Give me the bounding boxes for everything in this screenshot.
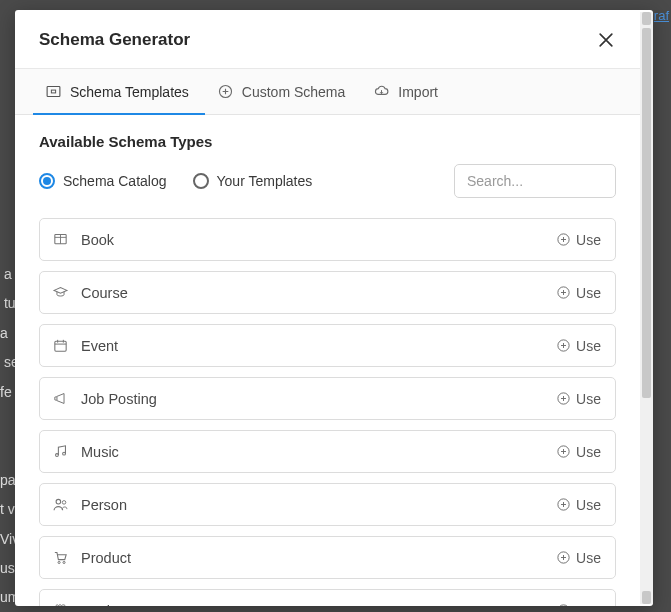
schema-item-person[interactable]: Person Use xyxy=(39,483,616,526)
section-title: Available Schema Types xyxy=(39,133,616,150)
plus-circle-icon xyxy=(556,391,571,406)
schema-item-label: Recipe xyxy=(81,603,126,607)
plus-circle-icon xyxy=(217,83,234,100)
svg-rect-0 xyxy=(47,87,60,97)
tab-label: Import xyxy=(398,84,438,100)
radio-schema-catalog[interactable]: Schema Catalog xyxy=(39,173,167,189)
search-input[interactable] xyxy=(454,164,616,198)
radio-label: Your Templates xyxy=(217,173,313,189)
use-label: Use xyxy=(576,603,601,607)
schema-item-job-posting[interactable]: Job Posting Use xyxy=(39,377,616,420)
plus-circle-icon xyxy=(556,285,571,300)
tab-custom-schema[interactable]: Custom Schema xyxy=(205,69,361,115)
svg-point-18 xyxy=(558,605,569,606)
svg-point-16 xyxy=(63,561,65,563)
plus-circle-icon xyxy=(556,338,571,353)
schema-item-recipe[interactable]: Recipe Use xyxy=(39,589,616,606)
schema-item-music[interactable]: Music Use xyxy=(39,430,616,473)
schema-item-label: Person xyxy=(81,497,127,513)
modal-scrollbar[interactable] xyxy=(640,12,653,604)
use-label: Use xyxy=(576,391,601,407)
use-label: Use xyxy=(576,444,601,460)
use-label: Use xyxy=(576,497,601,513)
use-label: Use xyxy=(576,338,601,354)
schema-item-label: Course xyxy=(81,285,128,301)
schema-item-label: Job Posting xyxy=(81,391,157,407)
tab-label: Schema Templates xyxy=(70,84,189,100)
use-label: Use xyxy=(576,550,601,566)
svg-point-13 xyxy=(62,501,66,505)
schema-item-product[interactable]: Product Use xyxy=(39,536,616,579)
use-button[interactable]: Use xyxy=(556,285,601,301)
svg-point-15 xyxy=(58,561,60,563)
use-button[interactable]: Use xyxy=(556,338,601,354)
schema-list: Book Use Course xyxy=(39,218,616,606)
use-button[interactable]: Use xyxy=(556,391,601,407)
tabs: Schema Templates Custom Schema Import xyxy=(15,68,640,115)
cart-icon xyxy=(52,549,69,566)
schema-item-label: Book xyxy=(81,232,114,248)
plus-circle-icon xyxy=(556,603,571,606)
person-icon xyxy=(52,496,69,513)
use-button[interactable]: Use xyxy=(556,550,601,566)
schema-generator-modal: Schema Generator Schema Templates xyxy=(15,10,653,606)
close-button[interactable] xyxy=(596,30,616,50)
svg-point-12 xyxy=(56,499,61,504)
plus-circle-icon xyxy=(556,497,571,512)
use-button[interactable]: Use xyxy=(556,497,601,513)
schema-item-label: Music xyxy=(81,444,119,460)
plus-circle-icon xyxy=(556,232,571,247)
svg-rect-1 xyxy=(51,90,55,93)
schema-item-event[interactable]: Event Use xyxy=(39,324,616,367)
modal-title: Schema Generator xyxy=(39,30,190,50)
tab-schema-templates[interactable]: Schema Templates xyxy=(33,69,205,115)
use-button[interactable]: Use xyxy=(556,232,601,248)
plus-circle-icon xyxy=(556,550,571,565)
megaphone-icon xyxy=(52,390,69,407)
tab-import[interactable]: Import xyxy=(361,69,454,115)
use-label: Use xyxy=(576,232,601,248)
tab-label: Custom Schema xyxy=(242,84,345,100)
radio-dot-icon xyxy=(39,173,55,189)
radio-label: Schema Catalog xyxy=(63,173,167,189)
course-icon xyxy=(52,284,69,301)
background-link[interactable]: raf xyxy=(654,8,669,23)
event-icon xyxy=(52,337,69,354)
svg-rect-6 xyxy=(55,341,66,351)
radio-your-templates[interactable]: Your Templates xyxy=(193,173,313,189)
use-button[interactable]: Use xyxy=(556,603,601,607)
templates-icon xyxy=(45,83,62,100)
close-icon xyxy=(596,30,616,50)
book-icon xyxy=(52,231,69,248)
radio-dot-icon xyxy=(193,173,209,189)
schema-item-book[interactable]: Book Use xyxy=(39,218,616,261)
svg-point-10 xyxy=(63,452,66,455)
schema-item-label: Product xyxy=(81,550,131,566)
cloud-import-icon xyxy=(373,83,390,100)
svg-point-9 xyxy=(56,454,59,457)
schema-item-label: Event xyxy=(81,338,118,354)
music-icon xyxy=(52,443,69,460)
use-button[interactable]: Use xyxy=(556,444,601,460)
recipe-icon xyxy=(52,602,69,606)
schema-item-course[interactable]: Course Use xyxy=(39,271,616,314)
use-label: Use xyxy=(576,285,601,301)
plus-circle-icon xyxy=(556,444,571,459)
